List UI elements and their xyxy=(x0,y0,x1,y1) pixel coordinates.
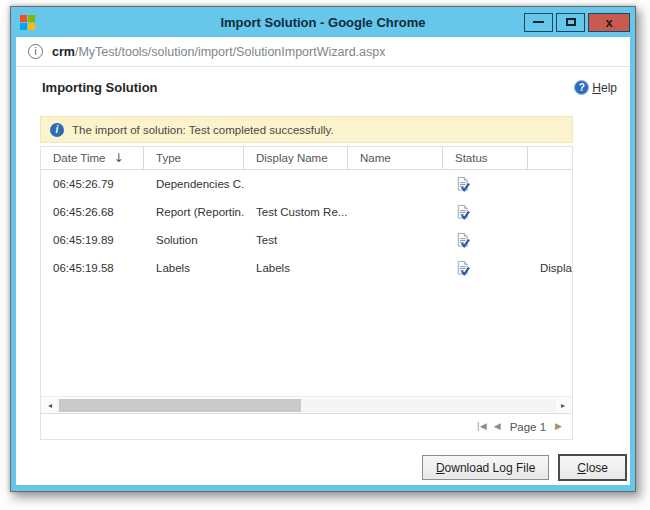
cell-type: Solution xyxy=(144,234,244,246)
column-header-name[interactable]: Name xyxy=(348,147,443,169)
column-header-extra[interactable] xyxy=(528,147,572,169)
close-button[interactable]: Close xyxy=(558,454,627,481)
page-title: Importing Solution xyxy=(42,80,158,95)
page-info-icon[interactable]: i xyxy=(28,44,43,59)
url-host: crm xyxy=(52,45,75,59)
close-window-button[interactable]: x xyxy=(588,13,630,32)
page-header-row: Importing Solution ? Help xyxy=(16,67,630,95)
info-icon: i xyxy=(50,123,64,137)
cell-display-name: Labels xyxy=(244,262,348,274)
download-log-file-button[interactable]: Download Log File xyxy=(422,455,549,480)
status-success-icon xyxy=(455,176,470,192)
table-row[interactable]: 06:45:19.58 Labels Labels D xyxy=(41,254,572,282)
url-path: /MyTest/tools/solution/import/SolutionIm… xyxy=(75,45,386,59)
scrollbar-thumb[interactable] xyxy=(59,399,301,412)
logo-square-green xyxy=(28,15,35,22)
status-success-icon xyxy=(455,204,470,220)
grid-header: Date Time ↓ Type Display Name Name Statu… xyxy=(41,147,572,170)
page-content: Importing Solution ? Help i The import o… xyxy=(16,67,630,485)
column-label-date-time: Date Time xyxy=(53,152,105,164)
previous-page-button[interactable]: ◀ xyxy=(494,422,501,431)
cell-date-time: 06:45:26.68 xyxy=(41,206,144,218)
cell-date-time: 06:45:26.79 xyxy=(41,178,144,190)
browser-body: i crm/MyTest/tools/solution/import/Solut… xyxy=(16,37,630,485)
column-header-display-name[interactable]: Display Name xyxy=(244,147,348,169)
scroll-left-icon[interactable]: ◂ xyxy=(43,401,57,410)
column-header-status[interactable]: Status xyxy=(443,147,528,169)
cell-status xyxy=(443,176,528,192)
info-glyph: i xyxy=(34,46,36,57)
window-controls: x xyxy=(521,13,630,32)
minimize-button[interactable] xyxy=(524,13,553,32)
cell-display-name: Test xyxy=(244,234,348,246)
window-titlebar[interactable]: Import Solution - Google Chrome x xyxy=(11,7,635,37)
column-header-date-time[interactable]: Date Time ↓ xyxy=(41,147,144,169)
scrollbar-track[interactable] xyxy=(57,399,556,412)
page-indicator: Page 1 xyxy=(510,421,546,433)
first-page-button[interactable]: |◀ xyxy=(477,422,487,431)
cell-display-name: Test Custom Re... xyxy=(244,206,348,218)
banner-info-glyph: i xyxy=(56,124,59,135)
maximize-icon xyxy=(566,18,576,26)
cell-extra: Displa xyxy=(528,262,572,274)
success-banner: i The import of solution: Test completed… xyxy=(40,116,573,143)
microsoft-logo-icon xyxy=(20,15,35,30)
grid-pager: |◀ ◀ Page 1 ▶ xyxy=(41,413,572,439)
help-icon: ? xyxy=(574,80,589,95)
status-success-icon xyxy=(455,260,470,276)
cell-type: Report (Reportin... xyxy=(144,206,244,218)
next-page-button[interactable]: ▶ xyxy=(555,422,562,431)
desktop-background: Import Solution - Google Chrome x i crm/… xyxy=(0,0,650,510)
import-log-grid: Date Time ↓ Type Display Name Name Statu… xyxy=(40,146,573,440)
download-log-file-label: Download Log File xyxy=(436,461,535,475)
cell-type: Labels xyxy=(144,262,244,274)
scroll-right-icon[interactable]: ▸ xyxy=(556,401,570,410)
chrome-popup-window: Import Solution - Google Chrome x i crm/… xyxy=(10,6,636,492)
banner-text: The import of solution: Test completed s… xyxy=(72,124,334,136)
close-button-label: Close xyxy=(577,461,608,475)
url-text: crm/MyTest/tools/solution/import/Solutio… xyxy=(52,45,385,59)
table-row[interactable]: 06:45:26.68 Report (Reportin... Test Cus… xyxy=(41,198,572,226)
help-glyph: ? xyxy=(579,82,585,93)
logo-square-red xyxy=(20,15,27,22)
help-link[interactable]: ? Help xyxy=(574,80,617,95)
cell-status xyxy=(443,204,528,220)
table-row[interactable]: 06:45:26.79 Dependencies C... xyxy=(41,170,572,198)
cell-type: Dependencies C... xyxy=(144,178,244,190)
horizontal-scrollbar[interactable]: ◂ ▸ xyxy=(41,396,572,413)
cell-date-time: 06:45:19.89 xyxy=(41,234,144,246)
logo-square-blue xyxy=(20,23,27,30)
footer-button-bar: Download Log File Close xyxy=(422,454,627,481)
close-icon: x xyxy=(605,16,612,29)
minimize-icon xyxy=(533,21,544,23)
sort-descending-icon: ↓ xyxy=(113,151,123,165)
column-header-type[interactable]: Type xyxy=(144,147,244,169)
grid-empty-space xyxy=(41,282,572,396)
cell-status xyxy=(443,232,528,248)
logo-square-yellow xyxy=(28,23,35,30)
status-success-icon xyxy=(455,232,470,248)
cell-date-time: 06:45:19.58 xyxy=(41,262,144,274)
help-label: Help xyxy=(592,81,617,95)
table-row[interactable]: 06:45:19.89 Solution Test xyxy=(41,226,572,254)
cell-status xyxy=(443,260,528,276)
maximize-button[interactable] xyxy=(556,13,585,32)
chrome-address-bar[interactable]: i crm/MyTest/tools/solution/import/Solut… xyxy=(16,37,630,67)
